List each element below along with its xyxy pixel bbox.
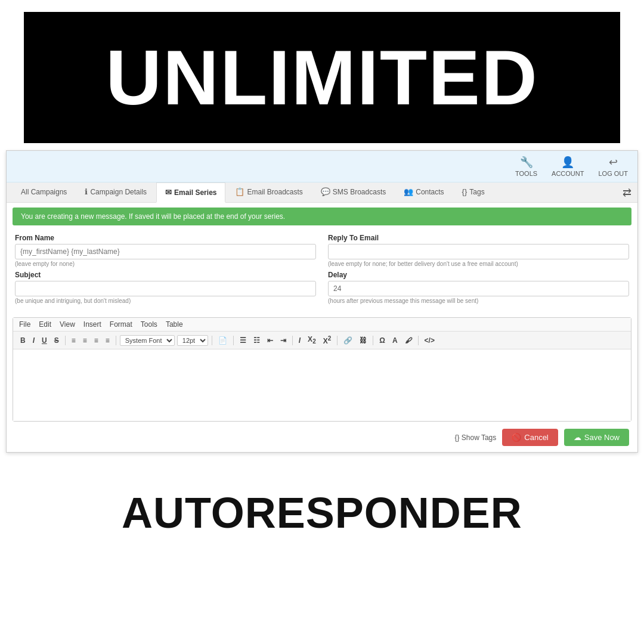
toolbar-justify[interactable]: ≡ [103,335,112,346]
tabs-bar: All Campaigns ℹ Campaign Details ✉ Email… [7,182,637,203]
top-nav-bar: 🔧 TOOLS 👤 ACCOUNT ↩ LOG OUT [7,151,637,182]
top-banner-text: UNLIMITED [106,33,538,122]
toolbar-link[interactable]: 🔗 [341,335,355,346]
toolbar-italic2[interactable]: I [296,335,303,346]
toolbar-indent-in[interactable]: ⇥ [278,335,289,346]
from-name-input[interactable] [15,244,316,259]
tab-email-series-label: Email Series [174,188,216,197]
menu-insert[interactable]: Insert [83,320,101,329]
toolbar-file[interactable]: 📄 [216,335,230,346]
reply-email-label: Reply To Email [328,234,629,242]
form-container: From Name (leave empty for none) Reply T… [7,230,637,314]
from-name-col: From Name (leave empty for none) [15,234,316,267]
tab-campaign-details-label: Campaign Details [90,188,147,196]
tab-all-campaigns-label: All Campaigns [21,188,67,196]
font-family-select[interactable]: System Font [120,335,175,346]
tab-all-campaigns[interactable]: All Campaigns [13,183,75,202]
from-name-label: From Name [15,234,316,242]
delay-col: Delay (hours after previous message this… [328,271,629,304]
form-row-1: From Name (leave empty for none) Reply T… [15,234,629,267]
save-now-button[interactable]: ☁ Save Now [564,429,629,446]
toolbar-sep-4 [233,336,234,345]
email-broadcasts-icon: 📋 [235,187,244,196]
toolbar-align-right[interactable]: ≡ [92,335,101,346]
reply-email-input[interactable] [328,244,629,259]
email-series-icon: ✉ [165,188,172,197]
tab-contacts[interactable]: 👥 Contacts [395,182,452,202]
menu-table[interactable]: Table [166,320,183,329]
tab-tags[interactable]: {} Tags [454,182,493,202]
bottom-text-area: AUTORESPONDER [0,453,644,555]
ui-container: 🔧 TOOLS 👤 ACCOUNT ↩ LOG OUT All Campaign… [6,150,638,453]
nav-logout[interactable]: ↩ LOG OUT [598,156,628,177]
editor-wrapper: File Edit View Insert Format Tools Table… [13,317,631,422]
form-row-2: Subject (be unique and intriguing, but d… [15,271,629,304]
toolbar-sep-1 [65,336,66,345]
tab-email-series[interactable]: ✉ Email Series [156,182,225,203]
delay-label: Delay [328,271,629,279]
tabs-right-actions: ⇄ [623,186,631,199]
menu-edit[interactable]: Edit [39,320,51,329]
cancel-icon: 🚫 [512,433,521,442]
notification-bar: You are creating a new message. If saved… [13,208,631,225]
delay-hint: (hours after previous message this messa… [328,298,629,304]
toolbar-bg-color[interactable]: 🖌 [402,335,414,346]
tab-sms-broadcasts[interactable]: 💬 SMS Broadcasts [312,182,394,202]
delay-input[interactable] [328,281,629,296]
toolbar-superscript[interactable]: X2 [321,334,334,346]
toolbar-sep-5 [292,336,293,345]
menu-file[interactable]: File [19,320,30,329]
toolbar-subscript[interactable]: X2 [305,334,318,346]
subject-hint: (be unique and intriguing, but don't mis… [15,298,316,304]
tab-campaign-details[interactable]: ℹ Campaign Details [76,182,155,202]
bottom-banner-text: AUTORESPONDER [122,488,522,537]
toolbar-underline[interactable]: U [39,335,49,346]
tools-icon: 🔧 [520,156,533,169]
toolbar-unlink[interactable]: ⛓ [357,335,369,346]
toolbar-strikethrough[interactable]: S [52,335,61,346]
toolbar-sep-7 [373,336,373,345]
toolbar-omega[interactable]: Ω [377,335,388,346]
tab-contacts-label: Contacts [416,188,444,196]
editor-body[interactable] [13,349,631,421]
tab-email-broadcasts[interactable]: 📋 Email Broadcasts [227,182,311,202]
nav-tools-label: TOOLS [515,170,537,177]
menu-tools[interactable]: Tools [141,320,157,329]
nav-tools[interactable]: 🔧 TOOLS [515,156,537,177]
toolbar-font-color[interactable]: A [390,335,400,346]
toolbar-code[interactable]: </> [422,335,437,346]
font-size-select[interactable]: 12pt [177,335,208,346]
editor-menubar: File Edit View Insert Format Tools Table [13,318,631,332]
reply-email-col: Reply To Email (leave empty for none; fo… [328,234,629,267]
toolbar-italic[interactable]: I [30,335,37,346]
toolbar-sep-3 [212,336,212,345]
editor-toolbar: B I U S ≡ ≡ ≡ ≡ System Font 12pt 📄 ☰ ☷ ⇤… [13,332,631,349]
tab-tags-label: Tags [469,188,484,196]
toolbar-sep-8 [418,336,419,345]
nav-account[interactable]: 👤 ACCOUNT [552,156,584,177]
toolbar-sep-2 [116,336,116,345]
from-name-hint: (leave empty for none) [15,261,316,267]
show-tags-button[interactable]: {} Show Tags [454,434,496,442]
toolbar-align-center[interactable]: ≡ [80,335,89,346]
share-icon[interactable]: ⇄ [623,187,631,199]
show-tags-label: {} Show Tags [454,434,496,442]
nav-logout-label: LOG OUT [598,170,628,177]
toolbar-sep-6 [337,336,338,345]
toolbar-ul[interactable]: ☰ [237,335,249,346]
menu-view[interactable]: View [60,320,75,329]
subject-label: Subject [15,271,316,279]
account-icon: 👤 [561,156,574,169]
top-banner: UNLIMITED [24,12,620,143]
campaign-details-icon: ℹ [85,187,88,196]
action-row: {} Show Tags 🚫 Cancel ☁ Save Now [7,425,637,452]
notification-text: You are creating a new message. If saved… [21,212,285,221]
toolbar-align-left[interactable]: ≡ [69,335,78,346]
toolbar-bold[interactable]: B [18,335,28,346]
subject-input[interactable] [15,281,316,296]
toolbar-ol[interactable]: ☷ [251,335,262,346]
cancel-button[interactable]: 🚫 Cancel [502,429,558,446]
toolbar-indent-out[interactable]: ⇤ [265,335,275,346]
menu-format[interactable]: Format [110,320,132,329]
reply-email-hint: (leave empty for none; for better delive… [328,261,629,267]
